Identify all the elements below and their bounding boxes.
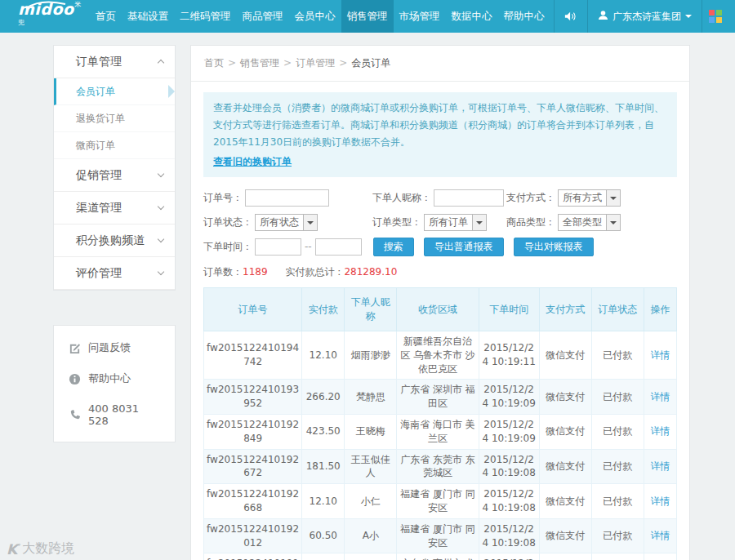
cell-nickname: 晓丹: [345, 553, 397, 560]
feedback-icon: [69, 342, 81, 354]
search-button[interactable]: 搜索: [373, 238, 414, 256]
nav-item-7[interactable]: 数据中心: [446, 0, 498, 33]
cell-order_no: fw2015122410194742: [204, 331, 302, 380]
notice-text: 查看并处理会员（消费者）的微商城订单或积分换购订单，可根据订单号、下单人微信昵称…: [213, 100, 667, 151]
detail-link[interactable]: 详情: [650, 391, 670, 402]
cell-time: 2015/12/24 10:19:11: [479, 331, 539, 380]
sidebar-group-0[interactable]: 订单管理: [54, 46, 175, 78]
support-item-feedback[interactable]: 问题反馈: [54, 332, 175, 363]
cell-region: 广东省 东莞市 东莞城区: [397, 449, 479, 484]
col-header-7: 操作: [644, 288, 676, 331]
payment-select[interactable]: 所有方式: [558, 189, 621, 207]
nickname-input[interactable]: [434, 189, 504, 207]
chevron-down-icon: [158, 236, 164, 242]
sidebar-item-0-2[interactable]: 微商订单: [54, 132, 175, 159]
cell-payment: 微信支付: [539, 518, 591, 553]
nav-item-6[interactable]: 市场管理: [394, 0, 446, 33]
cell-payment: 微信支付: [539, 414, 591, 449]
table-row: fw201512241019474212.10烟雨渺渺新疆维吾尔自治区 乌鲁木齐…: [204, 331, 677, 380]
sidebar-group-3[interactable]: 积分换购频道: [54, 224, 175, 257]
cell-region: 广东省 惠州市 龙门县: [397, 553, 479, 560]
topbar-right: 广东杰诗蓝集团: [554, 0, 735, 33]
phone-icon: [69, 409, 81, 421]
sidebar-group-label: 订单管理: [76, 55, 122, 69]
cell-action: 详情: [644, 414, 676, 449]
detail-link[interactable]: 详情: [650, 425, 670, 437]
sidebar-item-0-0[interactable]: 会员订单: [54, 78, 175, 105]
status-label: 订单状态：: [203, 216, 252, 229]
order-no-input[interactable]: [245, 189, 329, 207]
nav-item-1[interactable]: 基础设置: [122, 0, 174, 33]
chevron-down-icon: [158, 171, 164, 177]
nav-item-5[interactable]: 销售管理: [341, 0, 394, 33]
goods-type-label: 商品类型：: [506, 216, 555, 229]
nav-item-4[interactable]: 会员中心: [289, 0, 341, 33]
order-count-value: 1189: [243, 266, 268, 278]
apps-grid-icon[interactable]: [709, 10, 722, 23]
sound-icon[interactable]: [555, 0, 587, 33]
sidebar-support: 问题反馈帮助中心400 8031 528: [53, 325, 176, 442]
sidebar-group-1[interactable]: 促销管理: [54, 159, 175, 192]
support-label: 400 8031 528: [88, 402, 160, 427]
cell-region: 海南省 海口市 美兰区: [397, 414, 479, 449]
support-item-phone[interactable]: 400 8031 528: [54, 394, 175, 435]
cell-amount: 181.50: [302, 449, 345, 484]
export-statement-button[interactable]: 导出对账报表: [514, 238, 594, 256]
orders-thead-row: 订单号实付款下单人昵称收货区域下单时间支付方式订单状态操作: [204, 288, 677, 331]
detail-link[interactable]: 详情: [650, 496, 670, 507]
topbar-divider: [702, 0, 702, 33]
col-header-1: 实付款: [302, 288, 345, 331]
cell-amount: 60.50: [302, 518, 345, 553]
col-header-0: 订单号: [204, 288, 302, 331]
export-report-button[interactable]: 导出普通报表: [424, 238, 504, 256]
breadcrumb-item-1[interactable]: 销售管理: [240, 57, 279, 69]
chevron-down-icon: [158, 269, 164, 275]
cell-payment: 微信支付: [539, 553, 591, 560]
cell-status: 已付款: [591, 380, 644, 415]
stats-bar: 订单数：1189 实付款总计：281289.10: [203, 265, 677, 279]
chevron-down-icon: [158, 203, 164, 210]
nav-item-3[interactable]: 商品管理: [237, 0, 289, 33]
cell-action: 详情: [644, 449, 676, 484]
cell-status: 已付款: [591, 449, 644, 484]
sidebar-group-2[interactable]: 渠道管理: [54, 192, 175, 224]
cell-status: 已付款: [591, 518, 644, 553]
nav-item-2[interactable]: 二维码管理: [174, 0, 237, 33]
breadcrumb-item-0[interactable]: 首页: [204, 57, 224, 69]
detail-link[interactable]: 详情: [650, 349, 670, 361]
time-to-input[interactable]: [315, 238, 362, 256]
logo[interactable]: midoo米兜: [0, 0, 82, 33]
detail-link[interactable]: 详情: [650, 530, 670, 541]
cell-status: 已付款: [591, 414, 644, 449]
goods-type-select[interactable]: 全部类型: [558, 214, 621, 231]
watermark: K° 大数跨境: [7, 540, 74, 558]
table-row: fw2015122410192849423.50王晓梅海南省 海口市 美兰区20…: [204, 414, 677, 449]
order-type-select[interactable]: 所有订单: [424, 214, 487, 231]
cell-status: 已付款: [591, 553, 644, 560]
status-select[interactable]: 所有状态: [255, 214, 318, 231]
breadcrumb: 首页>销售管理>订单管理>会员订单: [191, 46, 689, 82]
watermark-logo-icon: K°: [7, 541, 19, 558]
order-count-label: 订单数：: [203, 266, 243, 278]
table-row: fw2015122410192672181.50王玉似佳人广东省 东莞市 东莞城…: [204, 449, 677, 484]
breadcrumb-item-2[interactable]: 订单管理: [296, 57, 335, 69]
cell-region: 福建省 厦门市 同安区: [397, 518, 479, 553]
order-no-label: 订单号：: [203, 191, 243, 205]
time-from-input[interactable]: [255, 238, 301, 256]
old-orders-link[interactable]: 查看旧的换购订单: [213, 153, 292, 171]
sidebar-group-label: 促销管理: [76, 168, 122, 183]
user-menu[interactable]: 广东杰诗蓝集团: [588, 0, 702, 33]
cell-nickname: 烟雨渺渺: [345, 331, 397, 380]
support-item-help[interactable]: 帮助中心: [54, 363, 175, 394]
nav-item-0[interactable]: 首页: [90, 0, 122, 33]
detail-link[interactable]: 详情: [650, 460, 670, 472]
col-header-5: 支付方式: [539, 288, 591, 331]
orders-tbody: fw201512241019474212.10烟雨渺渺新疆维吾尔自治区 乌鲁木齐…: [204, 331, 677, 560]
orders-table: 订单号实付款下单人昵称收货区域下单时间支付方式订单状态操作 fw20151224…: [203, 287, 677, 560]
breadcrumb-separator: >: [283, 57, 292, 69]
nav-item-8[interactable]: 帮助中心: [498, 0, 550, 33]
sidebar-item-0-1[interactable]: 退换货订单: [54, 105, 175, 132]
sidebar-group-4[interactable]: 评价管理: [54, 257, 175, 290]
col-header-4: 下单时间: [479, 288, 539, 331]
order-time-label: 下单时间：: [203, 240, 252, 254]
